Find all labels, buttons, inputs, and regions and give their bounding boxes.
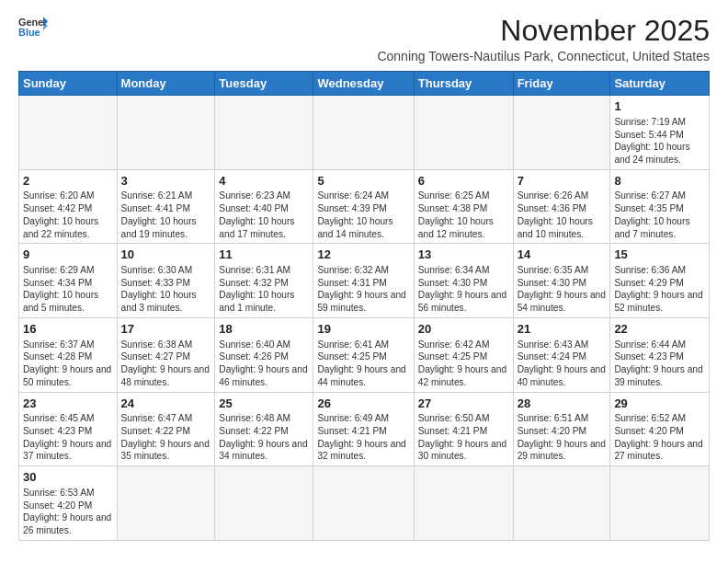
calendar-cell: 14Sunrise: 6:35 AM Sunset: 4:30 PM Dayli…	[513, 244, 610, 318]
weekday-header-thursday: Thursday	[414, 72, 513, 96]
day-number: 29	[614, 396, 705, 412]
weekday-header-saturday: Saturday	[610, 72, 710, 96]
calendar-cell: 11Sunrise: 6:31 AM Sunset: 4:32 PM Dayli…	[215, 244, 313, 318]
day-number: 13	[418, 247, 509, 263]
calendar-cell: 3Sunrise: 6:21 AM Sunset: 4:41 PM Daylig…	[117, 169, 215, 244]
day-info: Sunrise: 7:19 AM Sunset: 5:44 PM Dayligh…	[614, 116, 705, 167]
calendar-cell	[513, 96, 610, 170]
day-number: 26	[317, 396, 409, 412]
day-number: 16	[23, 321, 113, 338]
week-row-4: 23Sunrise: 6:45 AM Sunset: 4:23 PM Dayli…	[19, 392, 710, 466]
calendar-cell: 28Sunrise: 6:51 AM Sunset: 4:20 PM Dayli…	[513, 392, 610, 466]
day-info: Sunrise: 6:20 AM Sunset: 4:42 PM Dayligh…	[23, 190, 113, 240]
calendar-cell: 25Sunrise: 6:48 AM Sunset: 4:22 PM Dayli…	[215, 392, 313, 466]
weekday-header-monday: Monday	[117, 72, 215, 96]
month-title: November 2025	[377, 15, 710, 47]
day-info: Sunrise: 6:40 AM Sunset: 4:26 PM Dayligh…	[219, 339, 309, 389]
calendar-cell: 12Sunrise: 6:32 AM Sunset: 4:31 PM Dayli…	[313, 244, 414, 318]
svg-text:Blue: Blue	[18, 27, 40, 38]
page: General Blue November 2025 Conning Tower…	[0, 0, 728, 550]
day-number: 15	[614, 247, 705, 263]
week-row-3: 16Sunrise: 6:37 AM Sunset: 4:28 PM Dayli…	[19, 318, 710, 393]
day-info: Sunrise: 6:45 AM Sunset: 4:23 PM Dayligh…	[23, 412, 113, 463]
calendar-cell: 23Sunrise: 6:45 AM Sunset: 4:23 PM Dayli…	[19, 392, 118, 466]
calendar-cell	[117, 466, 215, 541]
day-info: Sunrise: 6:32 AM Sunset: 4:31 PM Dayligh…	[317, 264, 409, 315]
day-info: Sunrise: 6:25 AM Sunset: 4:38 PM Dayligh…	[418, 190, 509, 240]
day-info: Sunrise: 6:41 AM Sunset: 4:25 PM Dayligh…	[317, 339, 409, 389]
calendar-cell: 9Sunrise: 6:29 AM Sunset: 4:34 PM Daylig…	[19, 244, 118, 318]
day-info: Sunrise: 6:21 AM Sunset: 4:41 PM Dayligh…	[121, 190, 211, 240]
day-number: 22	[614, 321, 705, 338]
calendar-cell: 24Sunrise: 6:47 AM Sunset: 4:22 PM Dayli…	[117, 392, 215, 466]
calendar-cell	[414, 466, 513, 541]
calendar-cell	[19, 96, 118, 170]
day-info: Sunrise: 6:34 AM Sunset: 4:30 PM Dayligh…	[418, 264, 509, 315]
calendar-cell: 29Sunrise: 6:52 AM Sunset: 4:20 PM Dayli…	[610, 392, 710, 466]
calendar-cell	[117, 96, 215, 170]
calendar-cell	[313, 96, 414, 170]
week-row-2: 9Sunrise: 6:29 AM Sunset: 4:34 PM Daylig…	[19, 244, 710, 318]
calendar-cell	[313, 466, 414, 541]
location-title: Conning Towers-Nautilus Park, Connecticu…	[377, 49, 710, 63]
day-info: Sunrise: 6:48 AM Sunset: 4:22 PM Dayligh…	[219, 412, 309, 463]
day-number: 11	[219, 247, 309, 263]
calendar-cell: 22Sunrise: 6:44 AM Sunset: 4:23 PM Dayli…	[610, 318, 710, 393]
calendar-cell: 1Sunrise: 7:19 AM Sunset: 5:44 PM Daylig…	[610, 96, 710, 170]
logo: General Blue	[18, 15, 48, 40]
day-info: Sunrise: 6:36 AM Sunset: 4:29 PM Dayligh…	[614, 264, 705, 315]
day-info: Sunrise: 6:24 AM Sunset: 4:39 PM Dayligh…	[317, 190, 409, 240]
day-number: 30	[23, 469, 113, 486]
day-info: Sunrise: 6:30 AM Sunset: 4:33 PM Dayligh…	[121, 264, 211, 315]
day-info: Sunrise: 6:44 AM Sunset: 4:23 PM Dayligh…	[614, 339, 705, 389]
weekday-header-tuesday: Tuesday	[215, 72, 313, 96]
calendar-cell	[513, 466, 610, 541]
calendar-cell: 15Sunrise: 6:36 AM Sunset: 4:29 PM Dayli…	[610, 244, 710, 318]
calendar-cell: 5Sunrise: 6:24 AM Sunset: 4:39 PM Daylig…	[313, 169, 414, 244]
day-number: 14	[518, 247, 607, 263]
calendar-cell: 21Sunrise: 6:43 AM Sunset: 4:24 PM Dayli…	[513, 318, 610, 393]
calendar-cell: 26Sunrise: 6:49 AM Sunset: 4:21 PM Dayli…	[313, 392, 414, 466]
day-number: 2	[23, 173, 113, 190]
day-number: 20	[418, 321, 509, 338]
calendar-cell: 2Sunrise: 6:20 AM Sunset: 4:42 PM Daylig…	[19, 169, 118, 244]
day-number: 27	[418, 396, 509, 412]
day-info: Sunrise: 6:31 AM Sunset: 4:32 PM Dayligh…	[219, 264, 309, 315]
calendar-cell: 7Sunrise: 6:26 AM Sunset: 4:36 PM Daylig…	[513, 169, 610, 244]
day-number: 1	[614, 98, 705, 115]
weekday-header-wednesday: Wednesday	[313, 72, 414, 96]
weekday-header-row: SundayMondayTuesdayWednesdayThursdayFrid…	[19, 72, 710, 96]
header: General Blue November 2025 Conning Tower…	[18, 15, 710, 63]
day-info: Sunrise: 6:27 AM Sunset: 4:35 PM Dayligh…	[614, 190, 705, 240]
title-block: November 2025 Conning Towers-Nautilus Pa…	[377, 15, 710, 63]
calendar-cell: 8Sunrise: 6:27 AM Sunset: 4:35 PM Daylig…	[610, 169, 710, 244]
calendar-cell: 20Sunrise: 6:42 AM Sunset: 4:25 PM Dayli…	[414, 318, 513, 393]
calendar-cell: 30Sunrise: 6:53 AM Sunset: 4:20 PM Dayli…	[19, 466, 118, 541]
day-info: Sunrise: 6:43 AM Sunset: 4:24 PM Dayligh…	[518, 339, 607, 389]
calendar-cell: 18Sunrise: 6:40 AM Sunset: 4:26 PM Dayli…	[215, 318, 313, 393]
day-info: Sunrise: 6:29 AM Sunset: 4:34 PM Dayligh…	[23, 264, 113, 315]
week-row-1: 2Sunrise: 6:20 AM Sunset: 4:42 PM Daylig…	[19, 169, 710, 244]
day-info: Sunrise: 6:37 AM Sunset: 4:28 PM Dayligh…	[23, 339, 113, 389]
week-row-5: 30Sunrise: 6:53 AM Sunset: 4:20 PM Dayli…	[19, 466, 710, 541]
calendar-cell	[215, 96, 313, 170]
day-number: 5	[317, 173, 409, 190]
calendar-cell: 6Sunrise: 6:25 AM Sunset: 4:38 PM Daylig…	[414, 169, 513, 244]
day-number: 12	[317, 247, 409, 263]
calendar-cell: 17Sunrise: 6:38 AM Sunset: 4:27 PM Dayli…	[117, 318, 215, 393]
calendar-cell	[610, 466, 710, 541]
calendar-cell: 4Sunrise: 6:23 AM Sunset: 4:40 PM Daylig…	[215, 169, 313, 244]
calendar-cell: 10Sunrise: 6:30 AM Sunset: 4:33 PM Dayli…	[117, 244, 215, 318]
day-info: Sunrise: 6:49 AM Sunset: 4:21 PM Dayligh…	[317, 412, 409, 463]
day-number: 28	[518, 396, 607, 412]
day-info: Sunrise: 6:52 AM Sunset: 4:20 PM Dayligh…	[614, 412, 705, 463]
day-info: Sunrise: 6:53 AM Sunset: 4:20 PM Dayligh…	[23, 487, 113, 537]
day-number: 7	[518, 173, 607, 190]
day-info: Sunrise: 6:50 AM Sunset: 4:21 PM Dayligh…	[418, 412, 509, 463]
day-info: Sunrise: 6:38 AM Sunset: 4:27 PM Dayligh…	[121, 339, 211, 389]
day-info: Sunrise: 6:47 AM Sunset: 4:22 PM Dayligh…	[121, 412, 211, 463]
calendar-cell: 16Sunrise: 6:37 AM Sunset: 4:28 PM Dayli…	[19, 318, 118, 393]
calendar-cell	[414, 96, 513, 170]
week-row-0: 1Sunrise: 7:19 AM Sunset: 5:44 PM Daylig…	[19, 96, 710, 170]
day-number: 18	[219, 321, 309, 338]
